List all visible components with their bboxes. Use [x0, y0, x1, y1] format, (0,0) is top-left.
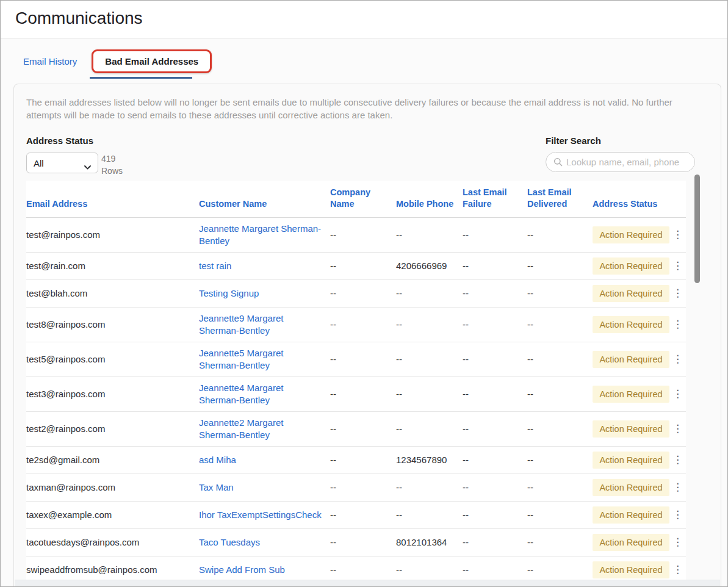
search-icon — [553, 157, 563, 167]
last-email-failure-cell: -- — [463, 218, 527, 253]
customer-name-cell: Jeannette Margaret Sherman-Bentley — [199, 218, 330, 253]
column-header-mobile-phone: Mobile Phone — [396, 181, 463, 218]
last-email-delivered-cell: -- — [527, 308, 593, 342]
row-actions-cell: ⋮ — [670, 377, 686, 412]
email-address-cell: test2@rainpos.com — [26, 412, 199, 447]
email-address-cell: test@rain.com — [26, 253, 199, 280]
address-status-cell: Action Required — [593, 253, 670, 280]
filter-search-label: Filter Search — [546, 135, 695, 146]
last-email-delivered-cell: -- — [527, 529, 593, 556]
mobile-phone-cell: 4206666969 — [396, 253, 463, 280]
company-name-cell: -- — [330, 377, 396, 412]
last-email-delivered-cell: -- — [527, 253, 593, 280]
customer-name-cell: Ihor TaxExemptSettingsCheck — [199, 502, 330, 529]
kebab-menu-icon[interactable]: ⋮ — [670, 564, 685, 576]
customer-name-link[interactable]: Jeannette4 Margaret Sherman-Bentley — [199, 383, 283, 405]
company-name-cell: -- — [330, 447, 396, 474]
table-header-row: Email Address Customer Name Company Name… — [26, 181, 686, 218]
filter-search-box — [546, 152, 695, 172]
column-header-address-status: Address Status — [593, 181, 670, 218]
customer-name-link[interactable]: Jeannette9 Margaret Sherman-Bentley — [199, 313, 283, 336]
mobile-phone-cell: 8012101364 — [396, 529, 463, 556]
row-actions-cell: ⋮ — [670, 308, 686, 342]
panel-description: The email addresses listed below will no… — [26, 96, 688, 121]
address-status-label: Address Status — [26, 135, 123, 146]
address-status-cell: Action Required — [593, 412, 670, 447]
customer-name-link[interactable]: Testing Signup — [199, 288, 259, 298]
kebab-menu-icon[interactable]: ⋮ — [670, 536, 685, 549]
email-address-cell: tacotuesdays@rainpos.com — [26, 529, 199, 556]
kebab-menu-icon[interactable]: ⋮ — [670, 229, 685, 241]
kebab-menu-icon[interactable]: ⋮ — [670, 287, 685, 300]
address-status-selected-value: All — [34, 158, 44, 168]
controls-row: Address Status All 419 Rows — [26, 135, 695, 177]
communications-page: Communications Email History Bad Email A… — [0, 0, 728, 587]
customer-name-cell: test rain — [199, 253, 330, 280]
email-address-cell: test@rainpos.com — [26, 218, 199, 253]
status-badge: Action Required — [593, 226, 669, 243]
mobile-phone-cell: -- — [396, 218, 463, 253]
customer-name-link[interactable]: Jeannette2 Margaret Sherman-Bentley — [199, 417, 283, 440]
company-name-cell: -- — [330, 412, 396, 447]
kebab-menu-icon[interactable]: ⋮ — [670, 423, 685, 435]
last-email-failure-cell: -- — [463, 529, 527, 556]
kebab-menu-icon[interactable]: ⋮ — [670, 353, 685, 366]
table-row: taxman@rainpos.com Tax Man -- -- -- -- A… — [26, 474, 686, 502]
horizontal-scrollbar-track[interactable] — [15, 580, 720, 586]
email-address-cell: taxex@example.com — [26, 502, 199, 529]
customer-name-link[interactable]: Swipe Add From Sub — [199, 564, 285, 575]
table-row: test2@rainpos.com Jeannette2 Margaret Sh… — [26, 412, 686, 447]
table-row: tacotuesdays@rainpos.com Taco Tuesdays -… — [26, 529, 686, 556]
customer-name-link[interactable]: asd Miha — [199, 455, 236, 465]
last-email-delivered-cell: -- — [527, 342, 593, 377]
row-count-value: 419 — [101, 153, 123, 165]
customer-name-link[interactable]: test rain — [199, 261, 231, 271]
table-row: taxex@example.com Ihor TaxExemptSettings… — [26, 502, 686, 529]
customer-name-link[interactable]: Jeannette Margaret Sherman-Bentley — [199, 223, 321, 246]
row-actions-cell: ⋮ — [670, 412, 686, 447]
vertical-scrollbar-thumb[interactable] — [694, 175, 700, 283]
table-row: test5@rainpos.com Jeannette5 Margaret Sh… — [26, 342, 686, 377]
row-actions-cell: ⋮ — [670, 502, 686, 529]
last-email-failure-cell: -- — [463, 447, 527, 474]
mobile-phone-cell: -- — [396, 342, 463, 377]
mobile-phone-cell: 1234567890 — [396, 447, 463, 474]
status-badge: Action Required — [593, 351, 669, 368]
mobile-phone-cell: -- — [396, 377, 463, 412]
last-email-failure-cell: -- — [463, 474, 527, 502]
mobile-phone-cell: -- — [396, 474, 463, 502]
column-header-last-email-failure: Last Email Failure — [463, 181, 527, 218]
last-email-delivered-cell: -- — [527, 474, 593, 502]
customer-name-cell: asd Miha — [199, 447, 330, 474]
chevron-down-icon — [84, 161, 91, 165]
kebab-menu-icon[interactable]: ⋮ — [670, 319, 685, 331]
customer-name-link[interactable]: Jeannette5 Margaret Sherman-Bentley — [199, 348, 283, 370]
kebab-menu-icon[interactable]: ⋮ — [670, 388, 685, 400]
kebab-menu-icon[interactable]: ⋮ — [670, 454, 685, 466]
status-badge: Action Required — [593, 479, 669, 496]
table-row: test@rainpos.com Jeannette Margaret Sher… — [26, 218, 686, 253]
customer-name-link[interactable]: Taco Tuesdays — [199, 537, 260, 547]
customer-name-link[interactable]: Ihor TaxExemptSettingsCheck — [199, 510, 322, 520]
page-title: Communications — [15, 9, 727, 28]
kebab-menu-icon[interactable]: ⋮ — [670, 481, 685, 494]
tab-bad-email-addresses[interactable]: Bad Email Addresses — [92, 49, 212, 73]
filter-search-input[interactable] — [566, 157, 688, 167]
customer-name-cell: Taco Tuesdays — [199, 529, 330, 556]
email-address-cell: test3@rainpos.com — [26, 377, 199, 412]
last-email-failure-cell: -- — [463, 412, 527, 447]
tab-email-history[interactable]: Email History — [23, 56, 77, 67]
table-body: test@rainpos.com Jeannette Margaret Sher… — [26, 218, 686, 587]
address-status-select[interactable]: All — [26, 153, 98, 173]
email-address-cell: taxman@rainpos.com — [26, 474, 199, 502]
column-header-email-address: Email Address — [26, 181, 199, 218]
row-actions-cell: ⋮ — [670, 253, 686, 280]
table-row: test@rain.com test rain -- 4206666969 --… — [26, 253, 686, 280]
tab-bar: Email History Bad Email Addresses — [1, 38, 727, 84]
mobile-phone-cell: -- — [396, 502, 463, 529]
kebab-menu-icon[interactable]: ⋮ — [670, 260, 685, 272]
customer-name-link[interactable]: Tax Man — [199, 482, 234, 492]
address-status-cell: Action Required — [593, 474, 670, 502]
bad-email-addresses-panel: The email addresses listed below will no… — [13, 84, 721, 586]
kebab-menu-icon[interactable]: ⋮ — [670, 509, 685, 521]
